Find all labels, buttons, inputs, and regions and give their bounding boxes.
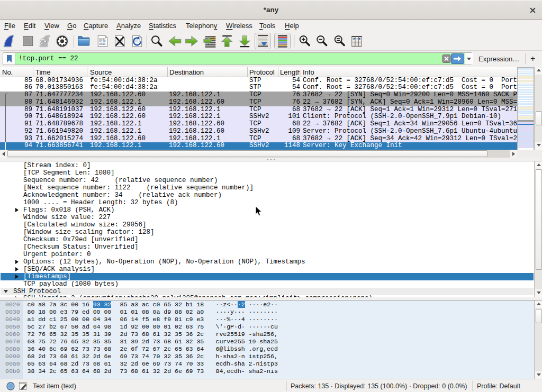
svg-text:0011: 0011 <box>99 43 105 46</box>
